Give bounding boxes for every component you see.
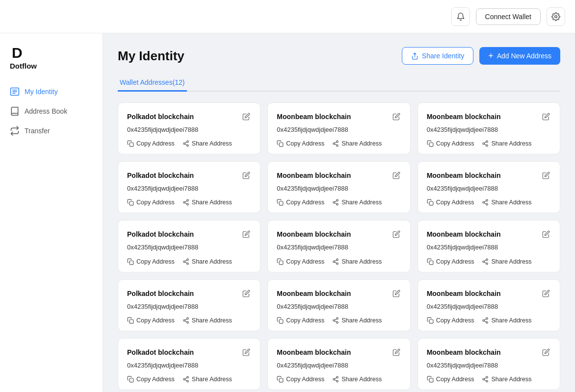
- svg-line-72: [335, 319, 337, 320]
- edit-address-button[interactable]: [392, 229, 401, 239]
- edit-address-button[interactable]: [541, 171, 551, 180]
- svg-rect-91: [429, 378, 433, 382]
- copy-address-label: Copy Address: [286, 258, 324, 265]
- share-address-button[interactable]: Share Address: [482, 140, 531, 147]
- edit-address-button[interactable]: [541, 289, 551, 298]
- address-card: Polkadot blockchain 0x4235fijdjqwdjdjeei…: [118, 338, 261, 390]
- copy-address-button[interactable]: Copy Address: [127, 199, 175, 206]
- tabs-bar: Wallet Addresses(12): [118, 74, 560, 92]
- address-text: 0x4235fijdjqwdjdjeei7888: [127, 184, 251, 193]
- svg-line-66: [185, 319, 187, 320]
- edit-address-button[interactable]: [241, 229, 251, 239]
- sidebar-item-label-address-book: Address Book: [25, 107, 67, 115]
- svg-line-65: [185, 321, 187, 322]
- edit-icon: [392, 172, 400, 179]
- blockchain-name: Moonbeam blockchain: [427, 172, 501, 179]
- share-address-button[interactable]: Share Address: [332, 140, 382, 147]
- card-actions: Copy Address Share Address: [127, 258, 251, 265]
- copy-address-button[interactable]: Copy Address: [427, 199, 474, 206]
- copy-address-button[interactable]: Copy Address: [277, 317, 324, 324]
- copy-icon: [427, 317, 434, 324]
- copy-address-label: Copy Address: [436, 258, 474, 265]
- edit-address-button[interactable]: [241, 347, 251, 357]
- edit-address-button[interactable]: [541, 347, 551, 357]
- copy-address-button[interactable]: Copy Address: [277, 258, 324, 265]
- sidebar-item-transfer[interactable]: Transfer: [0, 121, 103, 141]
- edit-address-button[interactable]: [541, 112, 551, 122]
- copy-address-button[interactable]: Copy Address: [127, 317, 175, 324]
- svg-line-30: [185, 201, 187, 202]
- card-actions: Copy Address Share Address: [427, 199, 551, 206]
- edit-address-button[interactable]: [392, 289, 401, 298]
- share-address-button[interactable]: Share Address: [332, 376, 382, 383]
- copy-address-button[interactable]: Copy Address: [277, 376, 324, 383]
- copy-address-button[interactable]: Copy Address: [427, 258, 474, 265]
- main-area: My Identity Share Identity + Add New Add…: [103, 33, 575, 392]
- card-header-row: Moonbeam blockchain: [427, 347, 551, 357]
- copy-address-button[interactable]: Copy Address: [427, 317, 474, 324]
- edit-address-button[interactable]: [392, 112, 401, 122]
- share-address-button[interactable]: Share Address: [332, 199, 382, 206]
- copy-address-button[interactable]: Copy Address: [127, 140, 175, 147]
- share-address-button[interactable]: Share Address: [482, 376, 531, 383]
- share-address-button[interactable]: Share Address: [482, 317, 531, 324]
- share-address-button[interactable]: Share Address: [482, 258, 531, 265]
- address-text: 0x4235fijdjqwdjdjeei7888: [277, 361, 401, 370]
- share-address-icon: [183, 258, 189, 265]
- share-address-button[interactable]: Share Address: [332, 258, 382, 265]
- share-address-icon: [183, 140, 189, 147]
- connect-wallet-button[interactable]: Connect Wallet: [476, 8, 541, 25]
- svg-rect-85: [280, 378, 284, 382]
- sidebar-item-address-book[interactable]: Address Book: [0, 101, 103, 121]
- svg-rect-7: [130, 143, 133, 147]
- copy-address-button[interactable]: Copy Address: [127, 258, 175, 265]
- copy-address-label: Copy Address: [436, 140, 474, 147]
- edit-icon: [392, 348, 400, 356]
- address-text: 0x4235fijdjqwdjdjeei7888: [427, 125, 551, 134]
- blockchain-name: Polkadot blockchain: [127, 230, 194, 238]
- share-address-icon: [482, 258, 489, 265]
- share-address-button[interactable]: Share Address: [183, 140, 232, 147]
- copy-address-button[interactable]: Copy Address: [277, 199, 324, 206]
- share-address-button[interactable]: Share Address: [183, 317, 232, 324]
- edit-icon: [542, 172, 550, 179]
- share-address-button[interactable]: Share Address: [183, 199, 232, 206]
- svg-line-60: [484, 260, 486, 261]
- card-actions: Copy Address Share Address: [127, 199, 251, 206]
- card-actions: Copy Address Share Address: [427, 376, 551, 383]
- svg-rect-31: [280, 202, 284, 206]
- share-address-button[interactable]: Share Address: [332, 317, 382, 324]
- edit-address-button[interactable]: [392, 171, 401, 180]
- copy-address-button[interactable]: Copy Address: [127, 376, 175, 383]
- edit-address-button[interactable]: [392, 347, 401, 357]
- card-actions: Copy Address Share Address: [127, 317, 251, 324]
- add-new-address-button[interactable]: + Add New Address: [479, 47, 560, 65]
- edit-address-button[interactable]: [241, 171, 251, 180]
- settings-button[interactable]: [547, 7, 565, 26]
- copy-address-button[interactable]: Copy Address: [277, 140, 324, 147]
- copy-icon: [127, 317, 134, 324]
- svg-line-48: [185, 260, 187, 261]
- svg-line-53: [335, 262, 337, 263]
- edit-address-button[interactable]: [241, 112, 251, 122]
- svg-rect-37: [429, 202, 433, 206]
- svg-line-41: [484, 203, 486, 204]
- edit-address-button[interactable]: [541, 229, 551, 239]
- tab-wallet-addresses[interactable]: Wallet Addresses(12): [118, 74, 187, 92]
- edit-icon: [542, 290, 550, 297]
- edit-icon: [242, 113, 250, 121]
- blockchain-name: Moonbeam blockchain: [277, 172, 351, 179]
- page-actions: Share Identity + Add New Address: [402, 47, 560, 65]
- sidebar-item-my-identity[interactable]: My Identity: [0, 82, 103, 101]
- share-address-button[interactable]: Share Address: [482, 199, 531, 206]
- share-address-icon: [332, 258, 339, 265]
- share-identity-button[interactable]: Share Identity: [402, 47, 473, 65]
- share-address-button[interactable]: Share Address: [183, 376, 232, 383]
- share-address-icon: [332, 317, 339, 324]
- share-address-button[interactable]: Share Address: [183, 258, 232, 265]
- notification-button[interactable]: [451, 7, 470, 26]
- address-card: Polkadot blockchain 0x4235fijdjqwdjdjeei…: [118, 102, 261, 154]
- edit-address-button[interactable]: [241, 289, 251, 298]
- copy-address-button[interactable]: Copy Address: [427, 140, 474, 147]
- copy-address-button[interactable]: Copy Address: [427, 376, 474, 383]
